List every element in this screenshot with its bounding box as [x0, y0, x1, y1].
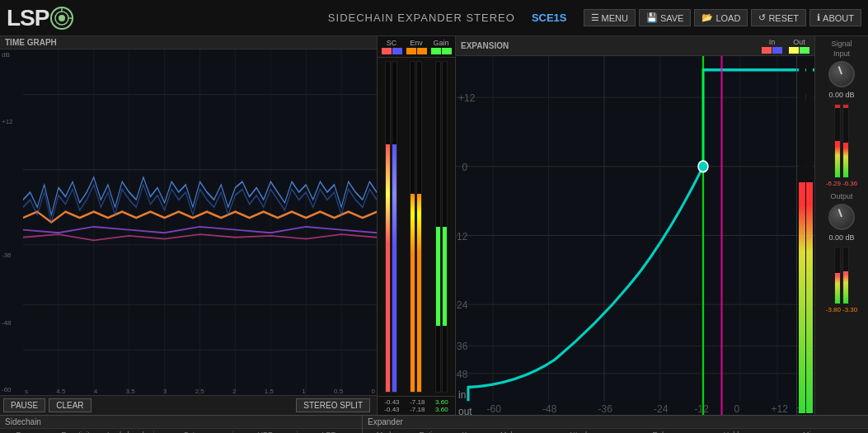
menu-icon: ☰: [591, 12, 599, 23]
db-neg36: -36: [0, 252, 23, 259]
save-button[interactable]: 💾 SAVE: [639, 9, 692, 26]
env-color-2: [417, 48, 427, 54]
sc-val2: -0.43: [384, 406, 399, 413]
svg-text:-48: -48: [456, 367, 467, 380]
svg-text:-36: -36: [456, 340, 467, 353]
env-val2: -7.18: [410, 406, 425, 413]
time-2-5: 2.5: [195, 388, 204, 395]
save-icon: 💾: [646, 12, 658, 23]
svg-text:0: 0: [734, 402, 740, 415]
db-neg48: -48: [0, 319, 23, 327]
gain-label: Gain: [433, 39, 448, 47]
clear-button[interactable]: CLEAR: [49, 398, 91, 412]
expansion-graph: +12 0 -12 -24 -36 -48 -60 -48 -36 -24 -1…: [456, 56, 814, 415]
logo: LSP: [7, 5, 73, 31]
reset-button[interactable]: ↺ RESET: [751, 9, 806, 26]
main-area: TIME GRAPH dB +12 -36 -48 -60: [0, 36, 868, 415]
expansion-header: EXPANSION In Out: [456, 36, 814, 56]
db-pos12: +12: [0, 118, 23, 125]
expander-panel: Expander Mode Ratio Knee Makeup Attack R…: [363, 416, 868, 433]
env-color-1: [406, 48, 416, 54]
svg-text:in: in: [458, 388, 466, 401]
out-meter-right: -3.30: [842, 306, 857, 313]
header-buttons: ☰ MENU 💾 SAVE 📂 LOAD ↺ RESET ℹ ABOUT: [584, 9, 861, 26]
in-color-1: [762, 47, 772, 54]
svg-text:out: out: [458, 404, 472, 415]
svg-text:-60: -60: [487, 402, 501, 415]
time-0-5: 0.5: [334, 388, 343, 395]
right-panel: EXPANSION In Out: [456, 36, 868, 415]
time-3-5: 3.5: [125, 388, 134, 395]
time-graph-title: TIME GRAPH: [0, 36, 377, 49]
in-color-2: [772, 47, 782, 54]
svg-text:-48: -48: [542, 402, 556, 415]
menu-button[interactable]: ☰ MENU: [584, 9, 636, 26]
pause-clear-row: PAUSE CLEAR STEREO SPLIT: [0, 395, 377, 415]
svg-point-2: [59, 15, 65, 21]
svg-text:-36: -36: [598, 402, 612, 415]
logo-icon: [50, 7, 73, 30]
input-knob[interactable]: [828, 61, 855, 87]
gain-color-2: [442, 48, 452, 54]
reset-icon: ↺: [758, 12, 766, 23]
expansion-title: EXPANSION: [461, 41, 509, 50]
out-meter-left: -3.80: [826, 306, 841, 313]
sc-color-2: [392, 48, 402, 54]
db-label-top: dB: [0, 51, 23, 59]
expansion-svg: +12 0 -12 -24 -36 -48 -60 -48 -36 -24 -1…: [456, 56, 814, 415]
plugin-title: SIDECHAIN EXPANDER STEREO: [328, 12, 515, 24]
svg-text:-24: -24: [456, 299, 467, 312]
in-meter-left: -6.29: [826, 180, 841, 187]
svg-point-34: [698, 161, 708, 172]
expander-title: Expander: [363, 416, 868, 429]
signal-panel: Signal Input 0.00 dB: [814, 36, 868, 415]
env-label: Env: [410, 39, 423, 47]
env-val1: -7.18: [410, 398, 425, 406]
gain-val1: 3.60: [435, 398, 448, 406]
pause-button[interactable]: PAUSE: [3, 398, 45, 412]
time-graph-svg: [23, 49, 377, 395]
output-val: 0.00 dB: [828, 233, 854, 242]
time-graph-container: dB +12 -36 -48 -60: [0, 49, 377, 395]
signal-label: Signal: [831, 40, 852, 48]
output-knob[interactable]: [828, 204, 855, 230]
input-val: 0.00 dB: [828, 91, 854, 99]
svg-text:-12: -12: [695, 402, 709, 415]
controls-area: Sidechain Preamp Reactivity Lookahead Se…: [0, 415, 868, 433]
db-neg60: -60: [0, 386, 23, 393]
time-2: 2: [232, 388, 236, 395]
time-1: 1: [302, 388, 305, 395]
in-meter-right: -6.36: [842, 180, 857, 187]
about-button[interactable]: ℹ ABOUT: [809, 9, 861, 26]
left-panel: TIME GRAPH dB +12 -36 -48 -60: [0, 36, 456, 415]
out-label: Out: [793, 38, 805, 46]
time-3: 3: [163, 388, 167, 395]
svg-text:+12: +12: [458, 92, 475, 105]
svg-text:+12: +12: [772, 402, 788, 415]
svg-text:-12: -12: [456, 229, 467, 242]
out-color-2: [800, 47, 809, 54]
out-color-1: [789, 47, 799, 54]
load-button[interactable]: 📂 LOAD: [694, 9, 748, 26]
time-0: 0: [371, 388, 374, 395]
sidechain-panel: Sidechain Preamp Reactivity Lookahead Se…: [0, 416, 363, 433]
sc-val1: -0.43: [384, 398, 399, 406]
input-label: Input: [833, 49, 850, 58]
sc-color-1: [382, 48, 392, 54]
sc-label: SC: [387, 39, 397, 47]
about-icon: ℹ: [817, 12, 820, 23]
gain-color-1: [431, 48, 441, 54]
stereo-split-button[interactable]: STEREO SPLIT: [296, 398, 370, 412]
svg-text:-24: -24: [654, 402, 668, 415]
time-1-5: 1.5: [265, 388, 274, 395]
in-label: In: [769, 38, 776, 46]
header: LSP SIDECHAIN EXPANDER STEREO SCE1S ☰ ME…: [0, 0, 868, 36]
logo-text: LSP: [7, 5, 49, 31]
time-4: 4: [94, 388, 97, 395]
time-s: s: [25, 388, 28, 395]
time-4-5: 4.5: [56, 388, 65, 395]
output-label: Output: [830, 192, 852, 200]
svg-text:0: 0: [462, 160, 468, 173]
gain-val2: 3.60: [435, 406, 448, 413]
sidechain-title: Sidechain: [0, 416, 362, 429]
